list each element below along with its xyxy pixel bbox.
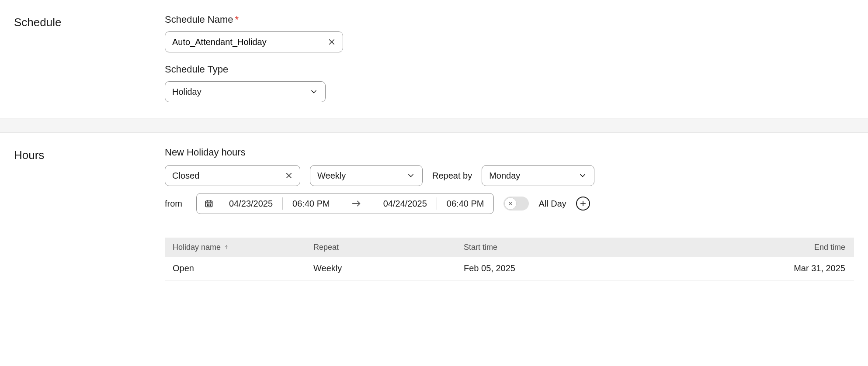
frequency-value: Weekly [317,171,346,181]
hours-body: New Holiday hours Closed Weekly Repeat b… [165,147,854,280]
chevron-down-icon [578,171,587,180]
start-date[interactable]: 04/23/2025 [219,193,282,214]
repeat-day-select[interactable]: Monday [482,165,594,186]
svg-point-10 [210,204,211,204]
hours-subheading: New Holiday hours [165,147,854,158]
add-hours-button[interactable] [576,197,590,211]
svg-point-12 [209,206,209,206]
col-holiday-name-text: Holiday name [173,243,221,252]
repeat-day-chevron [578,171,587,180]
schedule-type-value: Holiday [172,87,201,97]
all-day-label: All Day [538,199,566,209]
repeat-by-label: Repeat by [432,171,472,181]
x-icon [508,201,513,206]
frequency-chevron [406,171,415,180]
chevron-down-icon [309,87,318,96]
repeat-day-value: Monday [489,171,520,181]
end-date[interactable]: 04/24/2025 [374,193,437,214]
schedule-name-group: Schedule Name* [165,14,854,52]
schedule-section-label: Schedule [14,14,165,102]
cell-end: Mar 31, 2025 [614,263,854,273]
holiday-table: Holiday name Repeat Start time End time … [165,238,854,280]
schedule-type-group: Schedule Type Holiday [165,64,854,102]
col-holiday-name[interactable]: Holiday name [165,243,313,252]
x-icon [328,38,336,46]
schedule-type-label: Schedule Type [165,64,854,75]
schedule-name-label-text: Schedule Name [165,14,233,25]
schedule-name-input[interactable] [172,37,328,47]
plus-icon [580,200,587,207]
schedule-type-chevron [309,87,318,96]
sort-asc-icon [224,245,229,250]
svg-point-13 [210,206,211,206]
end-time[interactable]: 06:40 PM [437,193,494,214]
col-repeat[interactable]: Repeat [313,243,464,252]
from-label: from [165,199,182,209]
table-row[interactable]: Open Weekly Feb 05, 2025 Mar 31, 2025 [165,257,854,280]
col-start-time[interactable]: Start time [464,243,614,252]
calendar-icon [205,199,213,208]
col-end-time[interactable]: End time [614,243,854,252]
toggle-knob [505,198,516,209]
cell-name: Open [165,263,313,273]
hours-row-1: Closed Weekly Repeat by Monday [165,165,854,186]
range-arrow [340,193,374,214]
svg-point-9 [209,204,209,204]
svg-point-11 [207,206,208,206]
clear-name-button[interactable] [328,38,336,46]
schedule-name-label: Schedule Name* [165,14,854,25]
frequency-select[interactable]: Weekly [310,165,423,186]
datetime-range[interactable]: 04/23/2025 06:40 PM 04/24/2025 06:40 PM [196,193,494,214]
start-time[interactable]: 06:40 PM [283,193,340,214]
hours-section-label: Hours [14,147,165,280]
cell-repeat: Weekly [313,263,464,273]
required-asterisk: * [235,14,239,25]
hours-section: Hours New Holiday hours Closed Weekly Re… [0,133,868,296]
status-select[interactable]: Closed [165,165,300,186]
schedule-name-input-wrap[interactable] [165,31,343,52]
schedule-type-select[interactable]: Holiday [165,81,326,102]
clear-status-button[interactable] [285,172,293,180]
status-value: Closed [172,171,199,181]
svg-point-8 [207,204,208,204]
schedule-body: Schedule Name* Schedule Type Holiday [165,14,854,102]
all-day-toggle[interactable] [503,197,529,211]
calendar-button[interactable] [197,193,219,214]
chevron-down-icon [406,171,415,180]
schedule-section: Schedule Schedule Name* Schedule Type Ho… [0,0,868,118]
cell-start: Feb 05, 2025 [464,263,614,273]
arrow-right-icon [352,200,361,207]
section-divider [0,118,868,133]
x-icon [285,172,293,180]
hours-row-2: from 04/23/202 [165,193,854,214]
table-header: Holiday name Repeat Start time End time [165,238,854,257]
